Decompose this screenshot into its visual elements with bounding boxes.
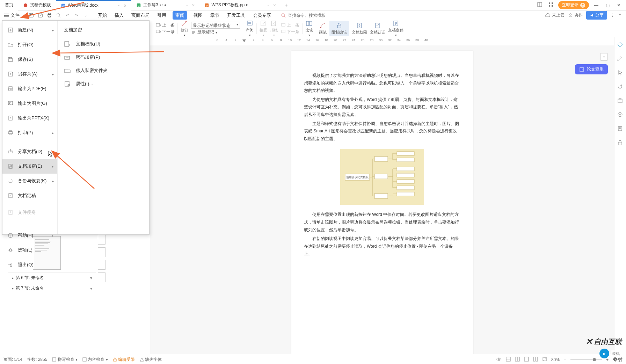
tab-dev-tools[interactable]: 开发工具 [226, 11, 247, 20]
tab-member[interactable]: 会员专享 [252, 11, 272, 20]
page-thumb[interactable] [98, 247, 105, 257]
tab-menu-icon[interactable]: ▫ [118, 3, 119, 8]
go-next-button[interactable]: 下一条 [281, 29, 299, 35]
maximize-icon[interactable]: ▢ [604, 3, 611, 8]
pencil-icon[interactable] [617, 56, 624, 62]
close-icon[interactable]: × [192, 2, 195, 8]
file-menu-item[interactable]: 退出(Q) [2, 257, 57, 272]
file-menu-item[interactable]: 打开(O) [2, 37, 57, 52]
doc-auth-button[interactable]: 文档认证 [370, 22, 385, 35]
file-menu-item[interactable]: 新建(N)▸ [2, 23, 57, 37]
collapse-panel-icon[interactable]: ≡ [600, 53, 608, 61]
apps-grid-icon[interactable] [547, 2, 555, 8]
search-input[interactable] [288, 13, 344, 18]
minimize-icon[interactable]: — [592, 3, 600, 8]
tab-ppt[interactable]: P WPS PPT教程.pptx ▫ × [199, 0, 281, 10]
tab-add-button[interactable]: + [281, 2, 291, 8]
view-mode-1-icon[interactable] [506, 357, 511, 363]
file-menu-item[interactable]: 文档定稿 [2, 188, 57, 203]
tab-menu-icon[interactable]: ▫ [186, 3, 188, 8]
file-menu-item[interactable]: 分享文档(D) [2, 144, 57, 159]
zoom-out-button[interactable]: − [564, 357, 566, 362]
login-button[interactable]: 立即登录 [558, 1, 589, 9]
submenu-private-folder[interactable]: 移入私密文件夹 [62, 64, 145, 77]
document-page[interactable]: 视频提供了功能强大的方法帮助您证明您的观点。当您单击联机视频时，可以在想要添加的… [291, 51, 473, 354]
preview-icon[interactable] [55, 12, 61, 19]
reject-button[interactable]: 拒绝▾ [270, 20, 278, 37]
bookmark-icon[interactable] [617, 126, 624, 132]
cloud-status[interactable]: 未上云 [545, 12, 565, 18]
page-thumb[interactable] [98, 260, 105, 270]
refresh-icon[interactable] [617, 84, 624, 90]
file-menu-item[interactable]: 备份与恢复(K)▸ [2, 174, 57, 188]
file-menu-item[interactable]: 文档加密(E)▸ [2, 159, 57, 174]
restrict-edit-button[interactable]: 限制编辑 [329, 21, 349, 36]
pointer-icon[interactable] [617, 70, 624, 76]
tab-chapter[interactable]: 章节 [209, 11, 221, 20]
tab-home[interactable]: 首页 [0, 0, 18, 10]
window-layout-icon[interactable] [536, 2, 544, 8]
submenu-password[interactable]: ***密码加密(P) [62, 51, 145, 64]
zoom-fit-icon[interactable] [542, 357, 547, 363]
file-menu-item[interactable]: 另存为(A)▸ [2, 67, 57, 81]
status-content-check[interactable]: 内容检查 ▾ [82, 357, 108, 363]
tab-menu-icon[interactable]: ▫ [267, 3, 269, 8]
next-comment-button[interactable]: 下一条 [156, 29, 175, 35]
prev-comment-button[interactable]: 上一条 [156, 22, 175, 28]
display-state-select[interactable]: 显示标记的最终状态 ▾ [191, 22, 240, 29]
status-missing-fonts[interactable]: 缺失字体 [140, 357, 162, 363]
file-menu-button[interactable]: 文件⌄ [2, 12, 26, 19]
status-page[interactable]: 页面: 5/14 [3, 357, 22, 363]
status-edit-restricted[interactable]: 编辑受限 [113, 357, 135, 363]
save-as-icon[interactable] [37, 12, 43, 19]
close-icon[interactable]: × [124, 3, 126, 8]
coop-button[interactable]: 协作 [568, 12, 583, 18]
undo-icon[interactable]: ↶ [64, 12, 71, 19]
file-menu-item[interactable]: 文件瘦身 [2, 205, 57, 220]
target-icon[interactable] [617, 112, 624, 118]
nav-section-7[interactable]: ▸第 7 节: 未命名▾ [8, 283, 96, 293]
paper-check-button[interactable]: 论文查重 [575, 64, 608, 74]
tab-word-doc[interactable]: W Word教程2.docx ▫ × [56, 0, 131, 10]
command-search[interactable] [281, 13, 344, 18]
page-thumb[interactable] [98, 272, 105, 282]
doc-final-button[interactable]: 文档定稿▾ [388, 20, 403, 37]
close-icon[interactable]: × [273, 2, 276, 8]
track-changes-button[interactable]: 修订▾ [181, 20, 188, 37]
status-spellcheck[interactable]: 拼写检查 ▾ [52, 357, 78, 363]
tab-start[interactable]: 开始 [96, 11, 108, 20]
view-mode-4-icon[interactable] [533, 357, 538, 363]
view-mode-3-icon[interactable] [524, 357, 529, 363]
close-window-icon[interactable]: ✕ [615, 3, 623, 8]
page-thumb[interactable] [98, 235, 105, 245]
tab-references[interactable]: 引用 [156, 11, 168, 20]
diamond-icon[interactable] [617, 42, 624, 48]
smartart-link[interactable]: SmartArt [313, 129, 330, 133]
file-menu-item[interactable]: ?帮助(H)▸ [2, 228, 57, 243]
tab-review[interactable]: 审阅 [173, 11, 187, 20]
file-menu-item[interactable]: 选项(L) [2, 243, 57, 257]
file-menu-item[interactable]: 输出为图片(G) [2, 96, 57, 111]
file-menu-item[interactable]: 打印(P)▸ [2, 125, 57, 140]
zoom-slider[interactable] [570, 359, 602, 360]
accept-button[interactable]: 接受▾ [260, 20, 267, 37]
view-mode-2-icon[interactable] [515, 357, 520, 363]
lock-icon[interactable] [617, 140, 624, 146]
box-icon[interactable] [617, 98, 624, 104]
zoom-value[interactable]: 80% [551, 357, 560, 362]
share-button[interactable]: 分享 [586, 11, 607, 20]
compare-button[interactable]: 比较▾ [305, 20, 313, 37]
show-marks-button[interactable]: 显示标记 ▾ [191, 29, 240, 35]
go-prev-button[interactable]: 上一条 [281, 22, 299, 28]
tab-insert[interactable]: 插入 [113, 11, 125, 20]
qat-dropdown-icon[interactable]: ⌄ [82, 12, 89, 19]
file-menu-item[interactable]: P输出为PPTX(X) [2, 111, 57, 125]
nav-section-6[interactable]: ▸第 6 节: 未命名▾ [8, 272, 96, 283]
tab-excel[interactable]: S 工作簿3.xlsx ▫ × [131, 0, 199, 10]
status-words[interactable]: 字数: 2855 [27, 357, 47, 363]
collapse-ribbon-icon[interactable]: ⌃ [618, 13, 622, 18]
redo-icon[interactable]: ↷ [73, 12, 80, 19]
review-button[interactable]: 审阅▾ [246, 20, 254, 37]
view-eye-icon[interactable] [496, 357, 502, 362]
file-menu-item[interactable]: 保存(S) [2, 52, 57, 67]
